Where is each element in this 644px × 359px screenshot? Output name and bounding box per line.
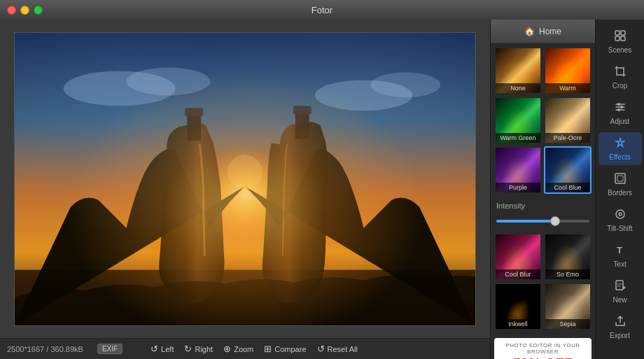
rotate-right-icon: ↻ bbox=[184, 344, 192, 354]
svg-point-21 bbox=[617, 108, 620, 111]
ad-off-label: OFF bbox=[545, 356, 573, 359]
ad-top-label: PHOTO EDITOR IN YOUR BROWSER bbox=[500, 342, 586, 355]
svg-text:T: T bbox=[617, 245, 622, 255]
window-controls bbox=[7, 6, 43, 15]
filter-none[interactable]: None bbox=[494, 47, 542, 94]
filter-warm[interactable]: Warm bbox=[544, 47, 592, 94]
filter-purple[interactable]: Purple bbox=[494, 146, 542, 194]
adjust-icon bbox=[614, 101, 626, 115]
tool-scenes[interactable]: Scenes bbox=[598, 25, 642, 58]
new-icon bbox=[614, 279, 626, 294]
intensity-section: Intensity bbox=[491, 197, 595, 230]
crop-label: Crop bbox=[612, 82, 628, 90]
filter-so-emo[interactable]: So Emo bbox=[544, 233, 592, 281]
svg-point-4 bbox=[315, 80, 413, 111]
svg-point-1 bbox=[133, 102, 356, 269]
maximize-button[interactable] bbox=[34, 6, 43, 15]
filter-grid-2: Cool Blur So Emo Inkwell Sepia bbox=[491, 230, 595, 334]
intensity-slider[interactable] bbox=[496, 220, 589, 223]
compare-button[interactable]: ⊞ Compare bbox=[264, 344, 306, 354]
tilt-shift-label: Tilt-Shift bbox=[607, 225, 632, 232]
filter-cool-blue[interactable]: Cool Blue bbox=[544, 146, 592, 194]
svg-point-24 bbox=[616, 210, 624, 218]
tool-crop[interactable]: Crop bbox=[598, 61, 642, 94]
borders-icon bbox=[614, 172, 626, 187]
home-label: Home bbox=[539, 27, 561, 36]
filter-sepia[interactable]: Sepia bbox=[544, 283, 592, 330]
right-panels: 🏠 Home None Warm Warm Green bbox=[490, 20, 644, 359]
filter-brilliant-rose[interactable]: Cool Blur bbox=[494, 233, 542, 281]
svg-point-2 bbox=[64, 71, 176, 106]
filter-sepia-label: Sepia bbox=[545, 319, 590, 329]
svg-rect-10 bbox=[293, 106, 312, 114]
tool-export[interactable]: Export bbox=[598, 311, 642, 344]
rotate-left-button[interactable]: ↺ Left bbox=[150, 344, 174, 354]
exif-button[interactable]: EXIF bbox=[97, 344, 122, 354]
scenes-label: Scenes bbox=[608, 46, 631, 54]
main-content: 2500*1667 / 360.89kB EXIF ↺ Left ↻ Right… bbox=[0, 20, 644, 359]
filter-pale-ocre[interactable]: Pale-Ocre bbox=[544, 97, 592, 144]
svg-point-11 bbox=[227, 155, 262, 190]
effects-icon bbox=[614, 136, 626, 151]
filter-brilliant-rose-label: Cool Blur bbox=[496, 269, 540, 279]
filter-purple-label: Purple bbox=[496, 183, 540, 192]
effects-panel: 🏠 Home None Warm Warm Green bbox=[490, 20, 595, 359]
svg-rect-12 bbox=[615, 31, 620, 35]
scenes-icon bbox=[614, 29, 626, 44]
photo-svg bbox=[15, 33, 475, 325]
export-icon bbox=[614, 315, 626, 330]
tool-new[interactable]: New bbox=[598, 275, 642, 308]
export-label: Export bbox=[610, 332, 630, 339]
reset-button[interactable]: ↺ Reset All bbox=[317, 344, 358, 354]
intensity-label: Intensity bbox=[496, 202, 589, 210]
filter-so-emo-label: So Emo bbox=[545, 269, 590, 279]
zoom-button[interactable]: ⊕ Zoom bbox=[223, 344, 253, 354]
home-button[interactable]: 🏠 Home bbox=[491, 20, 595, 43]
svg-point-25 bbox=[619, 213, 622, 216]
canvas-area: 2500*1667 / 360.89kB EXIF ↺ Left ↻ Right… bbox=[0, 20, 490, 359]
svg-rect-7 bbox=[187, 113, 201, 141]
filter-pale-ocre-label: Pale-Ocre bbox=[545, 133, 590, 143]
adjust-label: Adjust bbox=[610, 118, 630, 125]
close-button[interactable] bbox=[7, 6, 16, 15]
svg-point-20 bbox=[620, 106, 623, 108]
svg-rect-15 bbox=[621, 36, 625, 41]
filter-inkwell-label: Inkwell bbox=[496, 319, 540, 329]
titlebar: Fotor bbox=[0, 0, 644, 20]
tool-tilt-shift[interactable]: Tilt-Shift bbox=[598, 204, 642, 237]
effects-label: Effects bbox=[609, 153, 630, 161]
filter-inkwell[interactable]: Inkwell bbox=[494, 283, 542, 330]
crop-icon bbox=[614, 65, 626, 80]
status-bar: 2500*1667 / 360.89kB EXIF ↺ Left ↻ Right… bbox=[0, 338, 490, 359]
tool-sidebar: Scenes Crop bbox=[595, 20, 644, 359]
svg-rect-14 bbox=[615, 36, 620, 41]
tool-borders[interactable]: Borders bbox=[598, 168, 642, 201]
filter-warm-label: Warm bbox=[545, 83, 590, 93]
rotate-right-button[interactable]: ↻ Right bbox=[184, 344, 213, 354]
canvas-wrapper bbox=[0, 20, 490, 338]
tool-text[interactable]: T Text bbox=[598, 239, 642, 272]
borders-label: Borders bbox=[608, 189, 632, 197]
svg-rect-8 bbox=[185, 108, 203, 116]
tool-effects[interactable]: Effects bbox=[598, 132, 642, 165]
filter-none-label: None bbox=[496, 83, 540, 93]
minimize-button[interactable] bbox=[20, 6, 29, 15]
svg-rect-23 bbox=[617, 176, 623, 181]
svg-rect-0 bbox=[15, 33, 475, 325]
zoom-icon: ⊕ bbox=[223, 344, 231, 354]
text-icon: T bbox=[614, 244, 626, 258]
filter-warm-green[interactable]: Warm Green bbox=[494, 97, 542, 144]
svg-rect-27 bbox=[616, 281, 623, 290]
compare-icon: ⊞ bbox=[264, 344, 272, 354]
filter-warm-green-label: Warm Green bbox=[496, 133, 540, 143]
tool-adjust[interactable]: Adjust bbox=[598, 97, 642, 129]
app-title: Fotor bbox=[312, 5, 332, 15]
svg-point-19 bbox=[617, 103, 620, 106]
rotate-left-icon: ↺ bbox=[150, 344, 158, 354]
ad-banner[interactable]: PHOTO EDITOR IN YOUR BROWSER 50% OFF Chr… bbox=[494, 338, 592, 359]
status-actions: ↺ Left ↻ Right ⊕ Zoom ⊞ Compare ↺ Rese bbox=[150, 344, 358, 354]
compare-label: Compare bbox=[274, 345, 306, 353]
image-info: 2500*1667 / 360.89kB bbox=[7, 345, 83, 353]
svg-rect-22 bbox=[615, 174, 625, 183]
rotate-right-label: Right bbox=[195, 345, 213, 353]
